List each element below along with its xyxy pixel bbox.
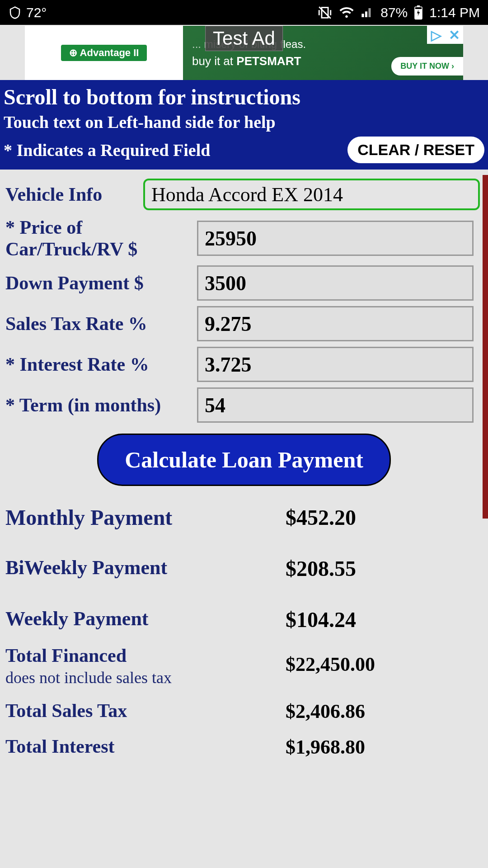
- vibrate-off-icon: [317, 5, 333, 20]
- calculate-button[interactable]: Calculate Loan Payment: [97, 434, 391, 486]
- battery-charging-icon: [414, 5, 423, 20]
- weekly-payment-label: Weekly Payment: [5, 607, 286, 630]
- sales-tax-label[interactable]: Sales Tax Rate %: [5, 313, 197, 335]
- ad-info-icon[interactable]: ▷: [427, 26, 445, 44]
- clear-reset-button[interactable]: CLEAR / RESET: [347, 137, 484, 163]
- term-input[interactable]: [197, 387, 474, 423]
- status-temperature: 72°: [26, 5, 47, 20]
- status-time: 1:14 PM: [429, 5, 480, 20]
- total-interest-value: $1,968.80: [286, 736, 365, 759]
- interest-rate-label[interactable]: * Interest Rate %: [5, 354, 197, 375]
- instruction-line-2: Touch text on Left-hand side for help: [4, 112, 484, 132]
- price-label[interactable]: * Price of Car/Truck/RV $: [5, 217, 197, 260]
- total-sales-tax-label: Total Sales Tax: [5, 700, 286, 722]
- scroll-indicator[interactable]: [483, 175, 488, 519]
- total-financed-value: $22,450.00: [286, 645, 375, 676]
- monthly-payment-label: Monthly Payment: [5, 505, 286, 530]
- total-financed-label: Total Financed does not include sales ta…: [5, 645, 286, 687]
- vehicle-info-label[interactable]: Vehicle Info: [5, 184, 143, 205]
- ad-brand-logo: ⊕Advantage II: [61, 45, 147, 61]
- biweekly-payment-label: BiWeekly Payment: [5, 556, 286, 579]
- instructions-banner: Scroll to bottom for instructions Touch …: [0, 80, 488, 170]
- price-input[interactable]: [197, 221, 474, 256]
- shield-icon: [8, 6, 22, 19]
- instruction-line-3: * Indicates a Required Field: [4, 140, 210, 160]
- ad-close-icon[interactable]: ✕: [445, 26, 463, 44]
- ad-banner[interactable]: ⊕Advantage II ... misery of biting fleas…: [25, 26, 463, 80]
- interest-rate-input[interactable]: [197, 347, 474, 382]
- signal-icon: [361, 6, 374, 19]
- monthly-payment-value: $452.20: [286, 505, 356, 530]
- total-interest-label: Total Interest: [5, 736, 286, 757]
- down-payment-label[interactable]: Down Payment $: [5, 272, 197, 294]
- total-sales-tax-value: $2,406.86: [286, 700, 365, 723]
- down-payment-input[interactable]: [197, 265, 474, 301]
- status-battery-pct: 87%: [380, 5, 408, 20]
- ad-test-label: Test Ad: [205, 26, 283, 51]
- weekly-payment-value: $104.24: [286, 607, 356, 632]
- sales-tax-input[interactable]: [197, 306, 474, 341]
- android-status-bar: 72° 87% 1:14 PM: [0, 0, 488, 25]
- ad-brand-panel: ⊕Advantage II: [25, 26, 183, 80]
- svg-line-0: [319, 7, 331, 19]
- term-label[interactable]: * Term (in months): [5, 394, 197, 416]
- form-area: Vehicle Info * Price of Car/Truck/RV $ D…: [0, 175, 488, 765]
- vehicle-info-input[interactable]: [143, 179, 480, 210]
- wifi-icon: [339, 5, 354, 20]
- svg-rect-2: [417, 5, 420, 7]
- instruction-line-1: Scroll to bottom for instructions: [4, 85, 484, 109]
- biweekly-payment-value: $208.55: [286, 556, 356, 581]
- ad-cta-button[interactable]: BUY IT NOW ›: [391, 57, 463, 75]
